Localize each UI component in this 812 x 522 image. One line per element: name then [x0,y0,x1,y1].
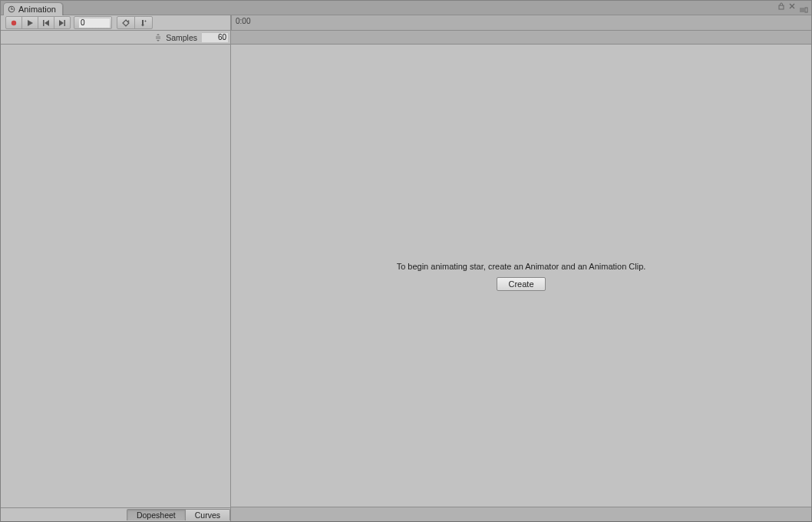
prev-keyframe-button[interactable] [38,17,54,28]
window-controls [777,2,808,15]
body: To begin animating star, create an Anima… [1,45,811,507]
tab-label: Animation [18,5,56,14]
toolbar: 0:00 [1,15,811,31]
samples-input[interactable] [202,32,228,42]
svg-rect-19 [142,20,144,25]
tab-animation[interactable]: Animation [3,2,63,15]
svg-marker-24 [157,40,160,41]
play-button[interactable] [22,17,38,28]
svg-marker-13 [45,20,49,26]
tab-dopesheet-label: Dopesheet [137,510,176,520]
property-panel-header: Samples [1,31,231,45]
window-menu-icon[interactable] [799,7,808,15]
properties-header-row: Samples [1,31,811,45]
timeline-time-label: 0:00 [236,17,250,25]
empty-message: To begin animating star, create an Anima… [397,262,646,271]
clock-icon [8,5,15,13]
playback-controls [5,16,71,29]
create-button[interactable]: Create [497,277,545,291]
tab-curves-label: Curves [195,510,220,520]
svg-point-10 [12,20,16,25]
tab-bar: Animation [1,1,811,15]
svg-marker-14 [59,20,64,26]
svg-rect-3 [779,5,784,9]
close-icon[interactable] [788,2,796,10]
tab-curves[interactable]: Curves [186,509,230,520]
svg-rect-12 [43,20,45,26]
create-button-label: Create [508,279,533,289]
svg-rect-15 [64,20,66,26]
timeline-area: To begin animating star, create an Anima… [231,45,811,507]
lock-icon[interactable] [777,2,785,10]
frame-input[interactable] [79,18,110,28]
samples-label: Samples [166,33,197,42]
drag-handle-icon[interactable] [155,34,161,41]
property-list-panel [1,45,231,507]
tab-dopesheet[interactable]: Dopesheet [127,509,186,520]
svg-marker-23 [157,34,160,35]
animation-window: Animation [0,0,812,522]
footer-right [231,507,811,521]
keyframe-controls [117,16,153,29]
frame-field [74,16,112,29]
next-keyframe-button[interactable] [54,17,70,28]
footer-left: Dopesheet Curves [1,507,231,521]
view-mode-tabs: Dopesheet Curves [127,508,230,521]
add-event-button[interactable] [135,17,152,28]
record-button[interactable] [6,17,22,28]
svg-rect-9 [805,8,807,12]
svg-marker-11 [28,20,33,26]
track-header[interactable] [231,31,811,45]
add-keyframe-button[interactable] [117,17,135,28]
toolbar-left [1,15,231,30]
timeline-ruler[interactable]: 0:00 [231,15,811,30]
svg-marker-20 [141,25,144,27]
